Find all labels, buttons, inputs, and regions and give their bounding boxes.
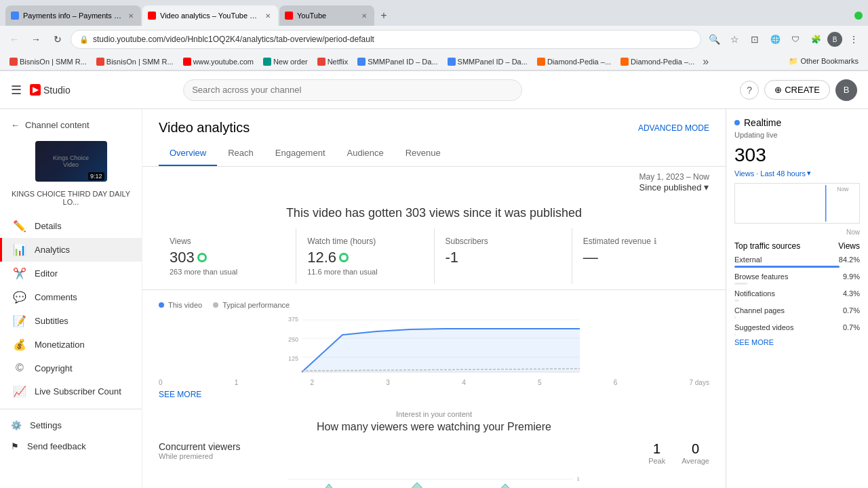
tab-close-payments[interactable]: ✕ [126,11,136,20]
revenue-info-icon[interactable]: ℹ [654,237,657,246]
tab-label-payments: Payments info – Payments – G... [23,12,122,20]
profile-icon[interactable]: B [827,32,842,47]
legend-typical: Typical performance [213,301,290,309]
maximize-button[interactable] [854,12,863,20]
address-bar[interactable]: 🔒 studio.youtube.com/video/Hnblc1OQ2K4/a… [71,30,701,49]
settings-label: Settings [30,420,62,430]
x-label-2: 2 [311,379,315,386]
sidebar-item-live-count[interactable]: 📈 Live Subscriber Count [0,380,142,403]
realtime-see-more-button[interactable]: SEE MORE [734,338,860,346]
more-menu-icon[interactable]: ⋮ [845,30,863,48]
svg-text:375: 375 [288,316,298,323]
bookmark-neworder[interactable]: New order [259,56,312,67]
bookmark-diamond-1[interactable]: Diamond-Pedia –... [533,56,615,67]
period-dropdown-icon: ▾ [807,169,811,178]
sidebar-item-copyright[interactable]: © Copyright [0,357,142,380]
tab-youtube[interactable]: YouTube ✕ [279,5,374,26]
svg-text:125: 125 [288,355,298,362]
tab-label-yt-studio: Video analytics – YouTube Stu... [160,12,259,20]
yt-studio-logo-text: Studio [43,85,71,96]
chart-area: This video Typical performance 375 250 1… [142,290,726,410]
hamburger-menu[interactable]: ☰ [11,83,22,98]
traffic-bar-browse [734,283,747,285]
tab-favicon-youtube [285,12,293,20]
yt-studio-logo[interactable]: ▶ Studio [30,84,71,96]
extension-icon-2[interactable]: 🛡 [787,30,804,48]
title-bar: Payments info – Payments – G... ✕ Video … [0,0,868,26]
traffic-pct-notifications: 4.3% [843,289,860,298]
search-bar-container [183,79,522,101]
bookmark-label-diamond-1: Diamond-Pedia –... [547,58,611,66]
metric-watchtime: Watch time (hours) 12.6 11.6 more than u… [296,228,434,284]
tab-close-yt-studio[interactable]: ✕ [263,11,273,20]
forward-button[interactable]: → [27,30,45,48]
sidebar-item-subtitles[interactable]: 📝 Subtitles [0,309,142,333]
subtitles-icon: 📝 [13,314,26,327]
sidebar-item-analytics[interactable]: 📊 Analytics [0,238,142,262]
advanced-mode-button[interactable]: ADVANCED MODE [638,123,709,133]
sidebar-item-settings[interactable]: ⚙️ Settings [0,415,142,436]
bookmark-icon[interactable]: ☆ [726,30,743,48]
help-button[interactable]: ? [740,81,759,100]
date-dropdown-button[interactable]: ▾ [704,182,709,192]
tab-engagement[interactable]: Engagement [264,141,336,166]
sidebar-item-editor[interactable]: ✂️ Editor [0,262,142,285]
avg-value: 0 [682,441,709,457]
sidebar-item-comments[interactable]: 💬 Comments [0,285,142,309]
see-more-button[interactable]: SEE MORE [159,387,201,402]
traffic-bar-channel [734,317,736,319]
yt-body: ← Channel content Kings ChoiceVideo 9:12… [0,109,868,488]
create-button[interactable]: ⊕ CREATE [764,80,830,100]
x-label-5: 5 [538,379,542,386]
now-label: Now [846,228,860,236]
video-thumbnail[interactable]: Kings ChoiceVideo 9:12 [35,141,107,182]
realtime-chart-footer: Now [734,228,860,236]
search-input[interactable] [183,79,522,101]
tab-revenue[interactable]: Revenue [395,141,452,166]
sidebar-item-feedback[interactable]: ⚑ Send feedback [0,436,142,457]
window-controls [854,12,863,20]
bookmark-bisnison-1[interactable]: BisnisOn | SMM R... [5,56,91,67]
sidebar-item-monetization[interactable]: 💰 Monetization [0,333,142,357]
tab-close-youtube[interactable]: ✕ [359,11,369,20]
extension-icon-3[interactable]: 🧩 [807,30,825,48]
yt-header: ☰ ▶ Studio ? ⊕ CREATE B [0,71,868,109]
concurrent-title: How many viewers were watching your Prem… [159,421,709,433]
other-bookmarks[interactable]: 📁 Other Bookmarks [785,56,863,67]
tab-payments[interactable]: Payments info – Payments – G... ✕ [5,5,141,26]
bookmark-diamond-2[interactable]: Diamond-Pedia –... [616,56,698,67]
bookmark-smmpanel-1[interactable]: SMMPanel ID – Da... [353,56,441,67]
watchtime-sub: 11.6 more than usual [307,268,422,276]
sidebar-item-details[interactable]: ✏️ Details [0,214,142,238]
extension-icon-1[interactable]: 🌐 [766,30,784,48]
search-icon[interactable]: 🔍 [705,30,723,48]
tab-overview[interactable]: Overview [159,141,217,166]
new-tab-button[interactable]: + [376,7,392,24]
bookmark-youtube[interactable]: www.youtube.com [179,56,258,67]
reload-button[interactable]: ↻ [49,30,66,48]
bookmark-netflix[interactable]: Netflix [313,56,353,67]
chart-legend: This video Typical performance [159,301,709,309]
analytics-icon: 📊 [13,243,26,256]
bookmark-favicon-diamond-1 [537,58,545,66]
tab-audience[interactable]: Audience [336,141,395,166]
settings-icon: ⚙️ [11,420,22,430]
realtime-period-button[interactable]: Views · Last 48 hours ▾ [734,169,860,178]
feedback-label: Send feedback [27,441,86,451]
copyright-label: Copyright [35,363,73,373]
tab-reach[interactable]: Reach [217,141,264,166]
revenue-number: — [583,249,598,266]
avatar-button[interactable]: B [835,79,857,101]
tab-yt-studio[interactable]: Video analytics – YouTube Stu... ✕ [142,5,278,26]
traffic-sources-list: External 84.2% Browse features 9.9% Noti… [734,253,860,336]
analytics-chart: 375 250 125 [159,314,709,375]
bookmark-label-2: BisnisOn | SMM R... [106,58,174,66]
bookmark-bisnison-2[interactable]: BisnisOn | SMM R... [92,56,178,67]
bookmark-smmpanel-2[interactable]: SMMPanel ID – Da... [443,56,532,67]
realtime-title-text: Realtime [744,117,781,128]
sidebar-back-button[interactable]: ← Channel content [0,115,142,136]
live-dot-icon [734,120,740,125]
bookmarks-more-button[interactable]: » [700,56,711,68]
back-button[interactable]: ← [5,30,23,48]
tab-search-icon[interactable]: ⊡ [746,30,764,48]
